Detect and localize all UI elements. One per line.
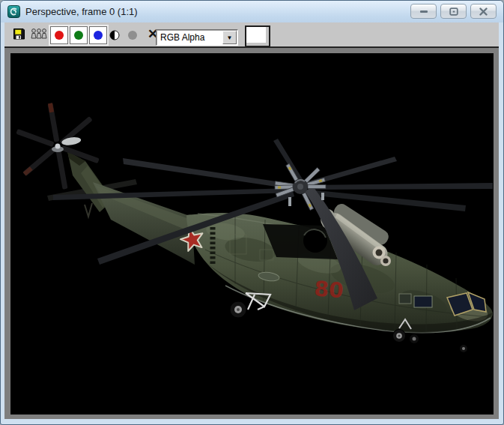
window-title: Perspective, frame 0 (1:1): [25, 6, 138, 17]
chevron-down-icon: ▼: [227, 34, 233, 41]
title-bar[interactable]: Perspective, frame 0 (1:1): [1, 1, 503, 22]
channel-display-value: RGB Alpha: [157, 32, 222, 43]
render-canvas: 80: [10, 53, 494, 415]
tail-number: 80: [314, 277, 344, 304]
maximize-button[interactable]: [440, 4, 467, 19]
monochrome-icon: [109, 30, 120, 40]
floppy-disk-icon: [13, 28, 25, 40]
blue-channel-icon: [93, 30, 103, 40]
minimize-icon: [419, 7, 428, 15]
rendered-frame-window: Perspective, frame 0 (1:1): [0, 0, 504, 425]
maximize-icon: [449, 7, 458, 16]
viewport-frame: 80: [4, 46, 499, 419]
combo-dropdown-button[interactable]: ▼: [222, 31, 237, 44]
swatch-color: [246, 27, 266, 43]
red-channel-button[interactable]: [50, 26, 68, 44]
alpha-channel-button[interactable]: [127, 30, 138, 40]
window-controls: [410, 4, 497, 19]
clone-window-icon: [31, 28, 47, 40]
channel-display-select[interactable]: RGB Alpha ▼: [156, 29, 238, 46]
alpha-channel-icon: [127, 30, 138, 40]
clone-rendered-frame-button[interactable]: [31, 28, 47, 40]
save-image-button[interactable]: [13, 28, 25, 40]
boom-antenna: [85, 203, 92, 217]
blue-channel-button[interactable]: [89, 26, 107, 44]
rfw-toolbar: ✕ RGB Alpha ▼: [4, 22, 499, 46]
green-channel-icon: [73, 30, 84, 40]
close-icon: [479, 7, 488, 16]
close-button[interactable]: [470, 4, 497, 19]
red-channel-icon: [54, 30, 64, 40]
background-color-swatch[interactable]: [245, 25, 270, 47]
monochrome-button[interactable]: [109, 30, 120, 40]
green-channel-button[interactable]: [70, 26, 88, 44]
rendered-image: 80: [10, 53, 494, 415]
3dsmax-logo-icon: [7, 5, 20, 18]
minimize-button[interactable]: [410, 4, 437, 19]
helicopter: 80: [16, 103, 493, 352]
